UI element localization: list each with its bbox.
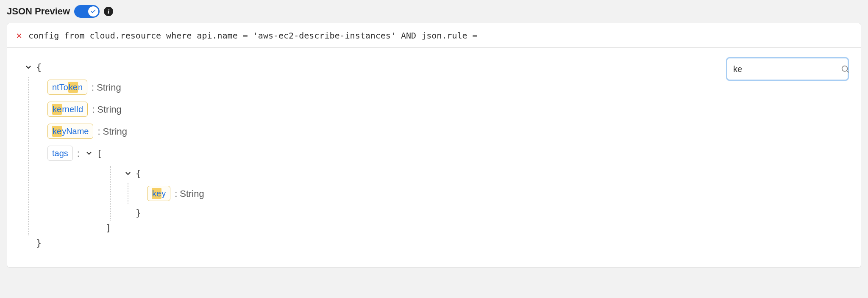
info-icon[interactable]: i — [104, 7, 113, 16]
caret-icon[interactable] — [123, 170, 133, 177]
key-keyname[interactable]: keyName — [47, 124, 93, 139]
tree-row-root-open: { — [23, 60, 845, 74]
type-string: String — [180, 186, 204, 201]
type-string: String — [103, 124, 127, 139]
colon: : — [92, 102, 95, 117]
tree-root: { ntToken : String kernelId : String — [23, 60, 845, 250]
colon: : — [92, 80, 94, 95]
prop-tags: tags : [ — [47, 143, 845, 163]
check-icon — [90, 8, 96, 14]
prop-keyname: keyName : String — [47, 121, 845, 141]
caret-icon[interactable] — [84, 149, 94, 157]
colon: : — [175, 186, 177, 201]
query-panel: ✕ config from cloud.resource where api.n… — [7, 23, 861, 268]
bracket-open: [ — [97, 146, 102, 161]
key-key[interactable]: key — [147, 186, 170, 201]
bracket-close: ] — [106, 221, 111, 235]
json-preview-toggle[interactable] — [74, 5, 100, 18]
key-tags[interactable]: tags — [47, 146, 73, 161]
prop-nttoken: ntToken : String — [47, 77, 845, 97]
type-string: String — [97, 102, 121, 117]
tree-row-root-close: } — [23, 235, 845, 250]
brace-close: } — [136, 205, 141, 220]
brace-open: { — [36, 60, 42, 74]
svg-line-1 — [847, 71, 849, 72]
obj-line: key : String — [128, 183, 845, 204]
query-text[interactable]: config from cloud.resource where api.nam… — [28, 30, 478, 41]
json-tree: { ntToken : String kernelId : String — [7, 48, 861, 267]
obj-children: key : String — [128, 183, 845, 204]
prop-key: key : String — [147, 183, 845, 204]
page-title: JSON Preview — [7, 6, 70, 17]
caret-icon[interactable] — [23, 63, 33, 71]
colon: : — [77, 146, 80, 161]
brace-close: } — [36, 235, 42, 250]
clear-query-button[interactable]: ✕ — [15, 30, 23, 41]
query-bar: ✕ config from cloud.resource where api.n… — [7, 23, 861, 48]
prop-kernelid: kernelId : String — [47, 99, 845, 119]
array-line: { key : String — [110, 166, 845, 220]
root-line: ntToken : String kernelId : String keyNa… — [28, 77, 845, 235]
tree-row-obj-close: } — [123, 205, 845, 220]
toggle-knob — [88, 6, 98, 17]
key-nttoken[interactable]: ntToken — [47, 80, 87, 95]
tree-row-array-close: ] — [47, 221, 845, 235]
array-children: { key : String — [111, 166, 845, 220]
key-kernelid[interactable]: kernelId — [47, 102, 88, 117]
brace-open: { — [136, 166, 141, 181]
type-string: String — [97, 80, 121, 95]
header: JSON Preview i — [0, 0, 868, 23]
tree-row-obj-open: { — [123, 166, 845, 181]
root-children: ntToken : String kernelId : String keyNa… — [29, 77, 845, 235]
colon: : — [97, 124, 100, 139]
